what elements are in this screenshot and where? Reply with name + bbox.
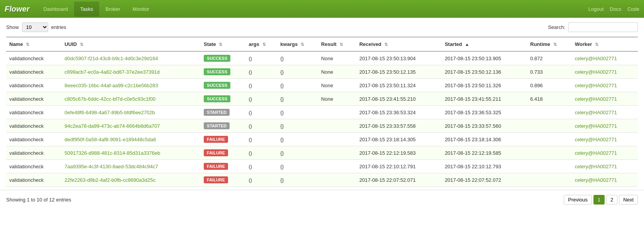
cell-result: None [318, 51, 356, 65]
cell-runtime [527, 133, 572, 146]
worker-link[interactable]: celery@HA002771 [575, 123, 617, 129]
col-uuid[interactable]: UUID ⇅ [61, 37, 201, 51]
worker-link[interactable]: celery@HA002771 [575, 110, 617, 115]
cell-state: FAILURE [201, 173, 245, 187]
cell-worker: celery@HA002771 [572, 146, 638, 160]
uuid-link[interactable]: 50917326-d988-481c-8314-85d31a3376eb [64, 150, 160, 156]
uuid-link[interactable]: 0efe48f6-6498-4a67-89b5-bfdf6ee2702b [64, 110, 155, 115]
cell-worker: celery@HA002771 [572, 51, 638, 65]
cell-args: () [245, 146, 277, 160]
uuid-link[interactable]: 8eeec035-16bc-44af-aa99-c2c1be56b283 [64, 83, 158, 88]
col-started[interactable]: Started ▲ [442, 37, 527, 51]
table-row: validationcheck 8eeec035-16bc-44af-aa99-… [6, 79, 638, 92]
worker-link[interactable]: celery@HA002771 [575, 69, 617, 75]
code-link[interactable]: Code [627, 6, 639, 12]
uuid-link[interactable]: 22fe2263-d9b2-4af2-b0fb-cc8690a3d25c [64, 177, 156, 183]
worker-link[interactable]: celery@HA002771 [575, 83, 617, 88]
page-1-button[interactable]: 1 [593, 195, 605, 205]
uuid-link[interactable]: c899acb7-ec0a-4a82-bd87-37e2ee37391d [64, 69, 160, 75]
col-kwargs[interactable]: kwargs ⇅ [277, 37, 318, 51]
nav-dashboard[interactable]: Dashboard [37, 2, 74, 17]
cell-uuid: c899acb7-ec0a-4a82-bd87-37e2ee37391d [61, 65, 201, 79]
cell-name: validationcheck [6, 160, 61, 173]
col-args[interactable]: args ⇅ [245, 37, 277, 51]
state-badge: STARTED [204, 109, 230, 116]
state-badge: FAILURE [204, 163, 228, 170]
cell-received: 2017-08-15 22:10:12.791 [356, 160, 441, 173]
cell-runtime [527, 160, 572, 173]
table-row: validationcheck 94c2ea78-da99-473c-ab74-… [6, 119, 638, 133]
cell-runtime [527, 119, 572, 133]
cell-state: SUCCESS [201, 92, 245, 106]
uuid-link[interactable]: c805c67b-6ddc-42cc-bf7d-c0e5c93c1f00 [64, 96, 156, 102]
sort-args-icon: ⇅ [262, 42, 266, 47]
table-row: validationcheck 22fe2263-d9b2-4af2-b0fb-… [6, 173, 638, 187]
cell-received: 2017-08-15 22:12:19.583 [356, 146, 441, 160]
cell-worker: celery@HA002771 [572, 65, 638, 79]
uuid-link[interactable]: d0dc5907-f21d-43c8-b9c1-4d0c3e29d164 [64, 56, 158, 61]
docs-link[interactable]: Docs [610, 6, 621, 12]
brand-logo: Flower [5, 5, 29, 14]
cell-received: 2017-08-15 23:41:55.210 [356, 92, 441, 106]
nav-monitor[interactable]: Monitor [127, 2, 156, 17]
previous-button[interactable]: Previous [564, 195, 592, 205]
cell-uuid: 94c2ea78-da99-473c-ab74-6664b8d6a707 [61, 119, 201, 133]
sort-runtime-icon: ⇅ [553, 42, 557, 47]
cell-result: None [318, 92, 356, 106]
next-button[interactable]: Next [619, 195, 638, 205]
nav-broker[interactable]: Broker [99, 2, 126, 17]
table-row: validationcheck d0dc5907-f21d-43c8-b9c1-… [6, 51, 638, 65]
cell-kwargs: {} [277, 106, 318, 119]
cell-started: 2017-08-15 23:50:11.326 [442, 79, 527, 92]
cell-kwargs: {} [277, 133, 318, 146]
worker-link[interactable]: celery@HA002771 [575, 137, 617, 142]
col-result[interactable]: Result ⇅ [318, 37, 356, 51]
cell-uuid: d0dc5907-f21d-43c8-b9c1-4d0c3e29d164 [61, 51, 201, 65]
col-worker[interactable]: Worker ⇅ [572, 37, 638, 51]
state-badge: SUCCESS [204, 55, 230, 62]
page-2-button[interactable]: 2 [606, 195, 617, 205]
table-header-row: Name ⇅ UUID ⇅ State ⇅ args ⇅ kwargs ⇅ Re… [6, 37, 638, 51]
cell-uuid: 8eeec035-16bc-44af-aa99-c2c1be56b283 [61, 79, 201, 92]
uuid-link[interactable]: 7aa9395e-4c3f-4130-8aed-53dc484c94c7 [64, 164, 158, 169]
worker-link[interactable]: celery@HA002771 [575, 96, 617, 102]
col-runtime[interactable]: Runtime ⇅ [527, 37, 572, 51]
uuid-link[interactable]: dedf950f-0a58-4af8-9091-e189448c5da6 [64, 137, 156, 142]
nav-tasks[interactable]: Tasks [74, 2, 99, 17]
cell-started: 2017-08-15 23:50:13.905 [442, 51, 527, 65]
worker-link[interactable]: celery@HA002771 [575, 164, 617, 169]
table-row: validationcheck dedf950f-0a58-4af8-9091-… [6, 133, 638, 146]
worker-link[interactable]: celery@HA002771 [575, 56, 617, 61]
state-badge: SUCCESS [204, 95, 230, 102]
cell-started: 2017-08-15 23:33:57.560 [442, 119, 527, 133]
cell-kwargs: {} [277, 160, 318, 173]
worker-link[interactable]: celery@HA002771 [575, 177, 617, 183]
tasks-table-container: Name ⇅ UUID ⇅ State ⇅ args ⇅ kwargs ⇅ Re… [0, 37, 644, 187]
show-label: Show [6, 24, 19, 30]
uuid-link[interactable]: 94c2ea78-da99-473c-ab74-6664b8d6a707 [64, 123, 160, 129]
entries-select[interactable]: 10 25 50 100 [22, 22, 48, 32]
cell-started: 2017-08-15 22:10:12.793 [442, 160, 527, 173]
cell-worker: celery@HA002771 [572, 133, 638, 146]
state-badge: SUCCESS [204, 82, 230, 89]
col-received[interactable]: Received ⇅ [356, 37, 441, 51]
worker-link[interactable]: celery@HA002771 [575, 150, 617, 156]
col-name[interactable]: Name ⇅ [6, 37, 61, 51]
logout-link[interactable]: Logout [588, 6, 604, 12]
cell-runtime: 6.418 [527, 92, 572, 106]
cell-kwargs: {} [277, 92, 318, 106]
cell-received: 2017-08-15 23:18:14.305 [356, 133, 441, 146]
cell-started: 2017-08-15 22:07:52.072 [442, 173, 527, 187]
search-label: Search: [548, 24, 565, 30]
cell-name: validationcheck [6, 146, 61, 160]
footer-row: Showing 1 to 10 of 12 entries Previous 1… [0, 190, 644, 209]
cell-runtime [527, 173, 572, 187]
cell-worker: celery@HA002771 [572, 106, 638, 119]
pagination: Previous 1 2 Next [564, 195, 638, 205]
cell-name: validationcheck [6, 173, 61, 187]
cell-received: 2017-08-15 23:50:11.324 [356, 79, 441, 92]
search-input[interactable] [568, 22, 638, 32]
col-state[interactable]: State ⇅ [201, 37, 245, 51]
cell-result [318, 133, 356, 146]
entries-label: entries [51, 24, 66, 30]
